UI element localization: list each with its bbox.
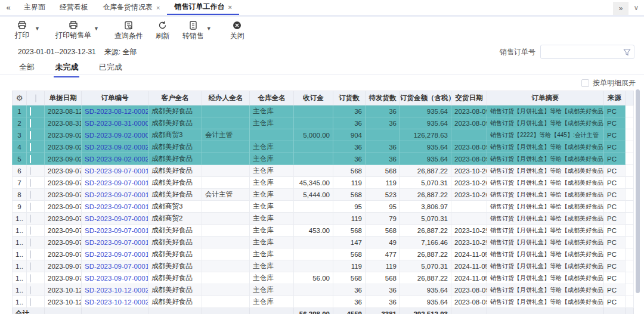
table-row[interactable]: 1..2023-09-07SD-2023-09-07-00016成都美好食品主仓… — [13, 237, 634, 248]
convert-to-sales-button[interactable]: 转销售 — [182, 21, 204, 41]
query-conditions-button[interactable]: 查询条件 — [114, 21, 143, 41]
row-checkbox[interactable] — [30, 119, 31, 128]
row-checkbox[interactable] — [30, 179, 31, 187]
column-header-qty[interactable]: 订货数 — [333, 91, 366, 105]
table-row[interactable]: 1..2023-10-12SD-2023-10-12-00020成都美好食品主仓… — [13, 284, 634, 296]
expand-detail-checkbox[interactable] — [581, 79, 589, 87]
table-row[interactable]: 92023-09-07SD-2023-09-07-00013成都商贸3主仓库95… — [13, 201, 634, 213]
row-checkbox[interactable] — [30, 167, 31, 175]
order-number-link[interactable]: SD-2023-09-07-00017 — [85, 251, 148, 258]
column-header-handler[interactable]: 经办人全名 — [202, 91, 250, 105]
column-header-filler[interactable] — [626, 91, 634, 105]
row-checkbox[interactable] — [30, 155, 31, 163]
table-row[interactable]: 1..2023-09-07SD-2023-09-07-00017成都美好食品主仓… — [13, 248, 634, 260]
gear-icon[interactable]: ⚙ — [16, 94, 23, 102]
order-number-link[interactable]: SD-2023-09-07-00018 — [85, 263, 148, 270]
table-row[interactable]: 42023-09-02SD-2023-09-02-00023成都美好食品主仓库3… — [13, 141, 634, 153]
column-header-amount[interactable]: 订货金额（含税） — [400, 91, 451, 105]
table-row[interactable]: 1..2023-10-12SD-2023-10-12-00021成都美好食品主仓… — [13, 296, 634, 308]
status-tab-unfinished[interactable]: 未完成 — [54, 60, 79, 77]
table-row[interactable]: 12023-08-12SD-2023-08-12-00022成都美好食品主仓库3… — [13, 105, 634, 117]
column-header-warehouse[interactable]: 仓库全名 — [250, 91, 294, 105]
total-empty-cell — [250, 308, 294, 314]
tab-main-screen[interactable]: 主界面 — [17, 0, 52, 15]
row-number: 1.. — [13, 296, 27, 308]
sales-order-no-input[interactable] — [540, 45, 634, 59]
column-header-order_no[interactable]: 订单编号 — [82, 91, 148, 105]
row-checkbox[interactable] — [30, 286, 31, 294]
print-button[interactable]: 打印 — [12, 21, 32, 41]
row-checkbox[interactable] — [30, 274, 31, 282]
filter-funnel-icon[interactable] — [623, 48, 631, 58]
total-amount: 292,512.93 — [400, 308, 451, 314]
table-row[interactable]: 1..2023-09-07SD-2023-09-07-00014成都商贸2主仓库… — [13, 213, 634, 225]
cell-date: 2023-09-07 — [45, 248, 82, 260]
order-number-link[interactable]: SD-2023-09-07-00013 — [85, 203, 148, 210]
row-checkbox[interactable] — [30, 143, 31, 151]
chevron-down-icon[interactable]: ∨ — [628, 4, 644, 12]
table-row[interactable]: 1..2023-09-07SD-2023-09-07-00019成都美好食品主仓… — [13, 272, 634, 284]
column-header-pending[interactable]: 待发货数 — [366, 91, 400, 105]
row-checkbox[interactable] — [30, 226, 31, 235]
table-row[interactable]: 32023-09-02SD-2023-09-02-00004成都商贸3会计主管5… — [13, 129, 634, 141]
row-checkbox[interactable] — [30, 191, 31, 199]
row-checkbox[interactable] — [30, 214, 31, 223]
order-number-link[interactable]: SD-2023-09-07-00010 — [85, 167, 148, 175]
order-number-link[interactable]: SD-2023-09-07-00019 — [85, 275, 148, 282]
scrollbar-thumb[interactable] — [636, 89, 640, 293]
refresh-button[interactable]: 刷新 — [153, 21, 173, 41]
order-number-link[interactable]: SD-2023-09-07-00015 — [85, 227, 148, 234]
row-checkbox[interactable] — [30, 262, 31, 271]
status-tab-finished[interactable]: 已完成 — [98, 60, 123, 76]
row-checkbox[interactable] — [30, 238, 31, 247]
order-number-link[interactable]: SD-2023-09-07-00012 — [85, 191, 148, 198]
more-tabs-icon[interactable]: » — [613, 2, 628, 15]
order-number-link[interactable]: SD-2023-09-02-00023 — [85, 144, 148, 151]
order-number-link[interactable]: SD-2023-10-12-00020 — [85, 287, 148, 294]
status-tab-all[interactable]: 全部 — [18, 60, 36, 76]
close-tab-icon[interactable]: × — [228, 4, 231, 11]
order-number-link[interactable]: SD-2023-09-07-00011 — [85, 179, 148, 186]
column-header-source[interactable]: 来源 — [604, 91, 626, 105]
table-row[interactable]: 1..2023-09-07SD-2023-09-07-00015成都美好食品主仓… — [13, 225, 634, 237]
table-row[interactable]: 62023-09-07SD-2023-09-07-00010成都美好食品主仓库5… — [13, 165, 634, 177]
column-header-delivery[interactable]: 交货日期 — [451, 91, 487, 105]
print-sales-order-button[interactable]: 打印销售单 — [55, 21, 91, 41]
order-number-link[interactable]: SD-2023-09-02-00004 — [85, 132, 148, 139]
close-tab-icon[interactable]: × — [156, 4, 160, 11]
row-checkbox[interactable] — [30, 298, 31, 306]
order-number-link[interactable]: SD-2023-08-31-00003 — [85, 120, 148, 127]
table-row[interactable]: 72023-09-07SD-2023-09-07-00011成都美好食品主仓库4… — [13, 177, 634, 189]
row-check-cell — [27, 129, 45, 141]
column-header-summary[interactable]: 订单摘要 — [487, 91, 604, 105]
row-checkbox[interactable] — [30, 250, 31, 259]
row-checkbox[interactable] — [30, 203, 31, 211]
cell-deposit — [294, 105, 333, 117]
table-row[interactable]: 22023-08-31SD-2023-08-31-00003成都美好食品主仓库3… — [13, 117, 634, 129]
close-button[interactable]: 关闭 — [227, 21, 247, 41]
column-header-customer[interactable]: 客户全名 — [148, 91, 202, 105]
order-number-link[interactable]: SD-2023-09-07-00014 — [85, 215, 148, 222]
cell-handler: 会计主管 — [202, 129, 250, 141]
table-row[interactable]: 82023-09-07SD-2023-09-07-00012成都美好食品会计主管… — [13, 189, 634, 201]
cell-source: PC — [604, 117, 626, 129]
order-number-link[interactable]: SD-2023-10-12-00021 — [85, 299, 148, 306]
tab-sales-order-workbench[interactable]: 销售订单工作台 × — [167, 0, 239, 15]
row-checkbox[interactable] — [30, 107, 31, 116]
column-header-date[interactable]: 单据日期 — [45, 91, 82, 105]
column-header-deposit[interactable]: 收订金 — [294, 91, 333, 105]
tab-business-dashboard[interactable]: 经营看板 — [52, 0, 95, 15]
print-sales-dropdown-caret[interactable]: ▼ — [94, 26, 99, 32]
order-number-link[interactable]: SD-2023-08-12-00022 — [85, 108, 148, 115]
order-number-link[interactable]: SD-2023-09-07-00016 — [85, 239, 148, 246]
print-dropdown-caret[interactable]: ▼ — [35, 26, 40, 32]
select-all-checkbox[interactable] — [35, 94, 36, 102]
row-checkbox[interactable] — [30, 131, 31, 139]
cell-warehouse — [250, 129, 294, 141]
collapse-tabs-icon[interactable]: « — [0, 0, 17, 15]
tab-warehouse-stock-report[interactable]: 仓库备货情况表 × — [95, 0, 167, 15]
table-row[interactable]: 52023-09-02SD-2023-09-02-00024成都美好食品主仓库3… — [13, 153, 634, 165]
convert-dropdown-caret[interactable]: ▼ — [206, 26, 212, 32]
table-row[interactable]: 1..2023-09-07SD-2023-09-07-00018成都美好食品主仓… — [13, 260, 634, 272]
order-number-link[interactable]: SD-2023-09-02-00024 — [85, 156, 148, 163]
